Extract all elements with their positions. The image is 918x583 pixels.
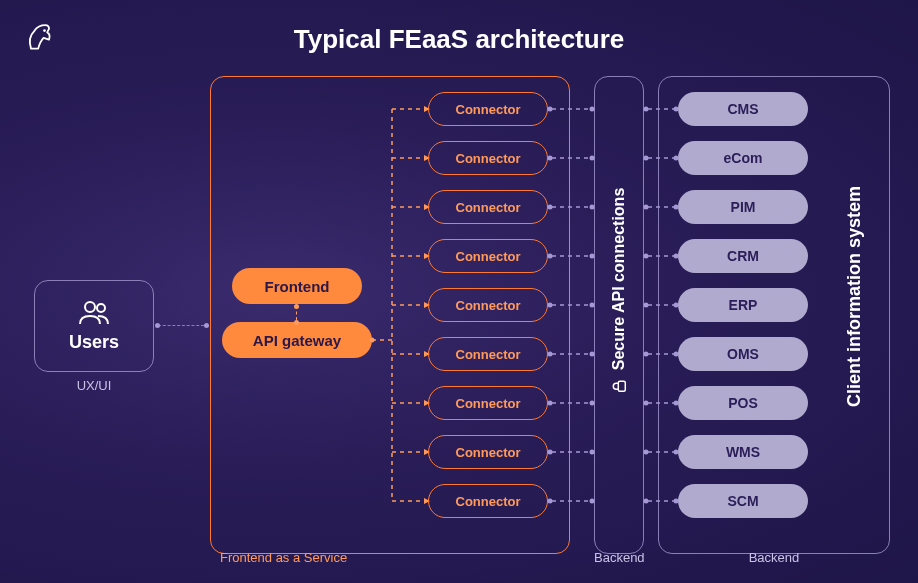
system-pill-pos: POS	[678, 386, 808, 420]
connector-pill: Connector	[428, 435, 548, 469]
connection-dot	[294, 304, 299, 309]
systems-column: CMS eCom PIM CRM ERP OMS POS WMS SCM	[678, 92, 808, 518]
svg-point-55	[548, 254, 553, 259]
connection-dot	[294, 320, 299, 325]
connectors-column: Connector Connector Connector Connector …	[428, 92, 548, 518]
system-pill-crm: CRM	[678, 239, 808, 273]
api-gateway-pill: API gateway	[222, 322, 372, 358]
system-pill-wms: WMS	[678, 435, 808, 469]
system-pill-oms: OMS	[678, 337, 808, 371]
users-icon	[78, 300, 110, 326]
svg-point-56	[590, 254, 595, 259]
users-sublabel: UX/UI	[34, 378, 154, 393]
svg-point-70	[674, 401, 679, 406]
connector-pill: Connector	[428, 141, 548, 175]
svg-point-1	[85, 302, 95, 312]
client-system-label-container: Client information system	[830, 76, 880, 516]
system-pill-ecom: eCom	[678, 141, 808, 175]
diagram-title: Typical FEaaS architecture	[0, 24, 918, 55]
svg-point-58	[674, 254, 679, 259]
svg-point-52	[590, 205, 595, 210]
svg-point-46	[674, 107, 679, 112]
svg-point-44	[590, 107, 595, 112]
svg-point-64	[590, 352, 595, 357]
svg-point-47	[548, 156, 553, 161]
connection-dot	[204, 323, 209, 328]
right-connections	[548, 80, 678, 540]
svg-point-68	[590, 401, 595, 406]
svg-point-45	[644, 107, 649, 112]
svg-point-76	[590, 499, 595, 504]
connector-pill: Connector	[428, 288, 548, 322]
svg-point-63	[548, 352, 553, 357]
svg-point-59	[548, 303, 553, 308]
system-pill-scm: SCM	[678, 484, 808, 518]
svg-point-54	[674, 205, 679, 210]
svg-point-53	[644, 205, 649, 210]
svg-point-48	[590, 156, 595, 161]
svg-point-61	[644, 303, 649, 308]
connector-pill: Connector	[428, 386, 548, 420]
svg-point-65	[644, 352, 649, 357]
gateway-connector-tree	[372, 80, 428, 540]
svg-point-51	[548, 205, 553, 210]
connection-dot	[155, 323, 160, 328]
svg-point-2	[97, 304, 105, 312]
svg-point-49	[644, 156, 649, 161]
svg-point-74	[674, 450, 679, 455]
system-pill-cms: CMS	[678, 92, 808, 126]
users-label: Users	[69, 332, 119, 353]
svg-point-75	[548, 499, 553, 504]
connector-pill: Connector	[428, 190, 548, 224]
connector-pill: Connector	[428, 239, 548, 273]
svg-point-69	[644, 401, 649, 406]
svg-point-73	[644, 450, 649, 455]
backend1-box-label: Backend	[594, 550, 644, 565]
svg-point-77	[644, 499, 649, 504]
svg-point-71	[548, 450, 553, 455]
svg-point-78	[674, 499, 679, 504]
svg-point-23	[370, 338, 375, 343]
system-pill-erp: ERP	[678, 288, 808, 322]
connector-pill: Connector	[428, 92, 548, 126]
svg-point-62	[674, 303, 679, 308]
system-pill-pim: PIM	[678, 190, 808, 224]
users-box: Users	[34, 280, 154, 372]
client-system-label: Client information system	[845, 185, 866, 406]
svg-point-43	[548, 107, 553, 112]
feaas-box-label: Frontend as a Service	[220, 550, 347, 565]
svg-point-72	[590, 450, 595, 455]
svg-point-67	[548, 401, 553, 406]
connector-pill: Connector	[428, 484, 548, 518]
svg-point-60	[590, 303, 595, 308]
connector-pill: Connector	[428, 337, 548, 371]
connection-line	[158, 325, 204, 326]
svg-point-57	[644, 254, 649, 259]
frontend-pill: Frontend	[232, 268, 362, 304]
svg-point-50	[674, 156, 679, 161]
svg-point-66	[674, 352, 679, 357]
backend2-box-label: Backend	[658, 550, 890, 565]
